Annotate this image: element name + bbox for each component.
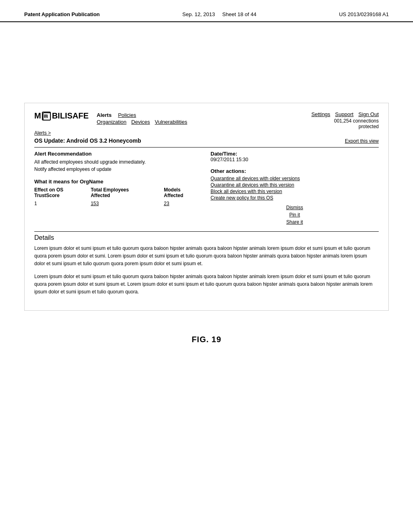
nav-devices[interactable]: Devices	[131, 119, 150, 125]
datetime-label: Date/Time:	[211, 151, 379, 157]
logo-icon: m	[42, 112, 51, 121]
nav-organization[interactable]: Organization	[97, 119, 127, 125]
nav-support[interactable]: Support	[335, 111, 354, 117]
action-create-policy[interactable]: Create new policy for this OS	[211, 195, 379, 201]
logo: M m BILISAFE	[34, 111, 89, 121]
nav-signout[interactable]: Sign Out	[358, 111, 379, 117]
nav-links-sub: Organization Devices Vulnerabilities	[97, 119, 187, 125]
alert-rec-title: Alert Recommendation	[34, 151, 202, 157]
table-header-row: Effect on OSTrustScore Total EmployeesAf…	[34, 186, 202, 199]
datetime-section: Date/Time: 09/27/2011 15:30	[211, 151, 379, 162]
patent-header: Patent Application Publication Sep. 12, …	[0, 0, 413, 22]
nav-links-top: Alerts Policies	[97, 112, 187, 118]
col-left: Alert Recommendation All affected employ…	[34, 151, 202, 225]
cell-models: 23	[164, 199, 202, 206]
svg-text:m: m	[44, 114, 48, 119]
patent-number: US 2013/0239168 A1	[339, 11, 389, 17]
pin-button[interactable]: Pin it	[289, 212, 300, 218]
what-means-title: What it means for OrgName	[34, 179, 202, 185]
breadcrumb[interactable]: Alerts >	[34, 130, 379, 136]
cell-employees: 153	[91, 199, 164, 206]
other-actions-section: Other actions: Quarantine all devices wi…	[211, 168, 379, 201]
alert-rec-line1: All affected employees should upgrade im…	[34, 158, 202, 166]
action-quarantine-older[interactable]: Quarantine all devices with older versio…	[211, 176, 379, 181]
details-title: Details	[34, 234, 379, 241]
two-col-layout: Alert Recommendation All affected employ…	[34, 151, 379, 225]
connections-count: 001,254 connections	[334, 118, 379, 124]
patent-date-sheet: Sep. 12, 2013 Sheet 18 of 44	[182, 11, 257, 17]
divider-top	[34, 147, 379, 148]
details-section: Details Lorem ipsum dolor et sumi ipsum …	[34, 231, 379, 296]
action-quarantine-this[interactable]: Quarantine all devices with this version	[211, 182, 379, 188]
nav-policies[interactable]: Policies	[118, 112, 136, 118]
connections-info: 001,254 connections protected	[334, 118, 379, 129]
nav-right-top: Settings Support Sign Out	[311, 111, 379, 117]
app-ui-container: M m BILISAFE	[24, 103, 389, 311]
svg-rect-0	[43, 113, 50, 120]
alert-rec-line2: Notify affected employees of update	[34, 166, 202, 173]
cell-trustscore: 1	[34, 199, 91, 206]
datetime-value: 09/27/2011 15:30	[211, 157, 379, 162]
patent-left-label: Patent Application Publication	[24, 11, 100, 17]
data-table: Effect on OSTrustScore Total EmployeesAf…	[34, 186, 202, 206]
share-button[interactable]: Share it	[286, 219, 303, 225]
logo-suffix: BILISAFE	[52, 111, 89, 121]
nav-settings[interactable]: Settings	[311, 111, 330, 117]
page-outer: Patent Application Publication Sep. 12, …	[0, 0, 413, 532]
action-buttons: Dismiss Pin it Share it	[211, 205, 379, 225]
nav-bar: M m BILISAFE	[34, 111, 379, 129]
details-paragraph2: Lorem ipsum dolor et sumi ipsum et tulio…	[34, 273, 379, 296]
col-header-employees: Total EmployeesAffected	[91, 186, 164, 199]
col-header-models: ModelsAffected	[164, 186, 202, 199]
export-link[interactable]: Export this view	[345, 138, 379, 144]
nav-links: Alerts Policies Organization Devices Vul…	[97, 112, 187, 125]
dismiss-button[interactable]: Dismiss	[286, 205, 303, 210]
nav-right: Settings Support Sign Out 001,254 connec…	[311, 111, 379, 129]
logo-area: M m BILISAFE	[34, 111, 89, 121]
details-paragraph1: Lorem ipsum dolor et sumi ipsum et tulio…	[34, 245, 379, 268]
nav-alerts[interactable]: Alerts	[97, 112, 112, 118]
nav-vulnerabilities[interactable]: Vulnerabilities	[155, 119, 187, 125]
what-means-section: What it means for OrgName Effect on OSTr…	[34, 179, 202, 206]
logo-m: M	[34, 111, 41, 121]
table-data-row: 1 153 23	[34, 199, 202, 206]
other-actions-title: Other actions:	[211, 168, 379, 174]
divider-details	[34, 231, 379, 232]
col-right: Date/Time: 09/27/2011 15:30 Other action…	[211, 151, 379, 225]
action-block-this[interactable]: Block all devices with this version	[211, 189, 379, 194]
patent-date: Sep. 12, 2013	[182, 11, 215, 17]
alert-recommendation: Alert Recommendation All affected employ…	[34, 151, 202, 173]
connections-protected: protected	[334, 124, 379, 129]
patent-sheet: Sheet 18 of 44	[222, 11, 257, 17]
main-content: M m BILISAFE	[0, 22, 413, 360]
nav-left: M m BILISAFE	[34, 111, 187, 125]
figure-label: FIG. 19	[24, 335, 389, 344]
col-header-trustscore: Effect on OSTrustScore	[34, 186, 91, 199]
